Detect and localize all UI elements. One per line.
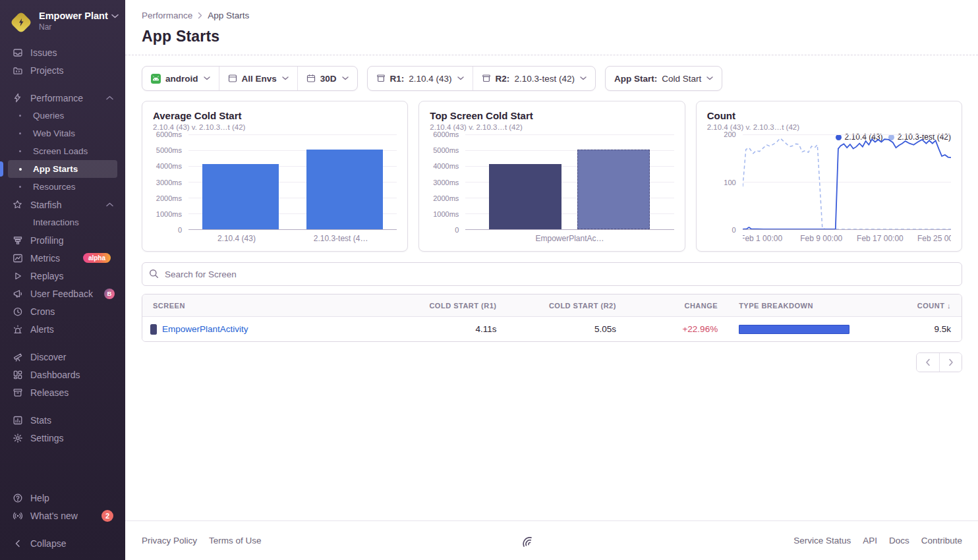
sidebar-item-issues[interactable]: Issues: [8, 43, 117, 61]
chevron-right-icon: [198, 12, 202, 19]
help-icon: [12, 493, 23, 503]
sidebar-item-label: Issues: [30, 47, 57, 58]
sidebar-item-screen-loads[interactable]: Screen Loads: [8, 142, 117, 160]
org-switcher[interactable]: Empower Plant Nar: [11, 11, 116, 33]
terms-of-use-link[interactable]: Terms of Use: [209, 536, 262, 546]
sidebar-item-replays[interactable]: Replays: [8, 267, 117, 285]
y-axis: 2001000: [707, 134, 737, 230]
privacy-policy-link[interactable]: Privacy Policy: [142, 536, 197, 546]
plot-area[interactable]: 2.10.4 (43)2.10.3-test (42): [743, 134, 951, 230]
column-header-change[interactable]: CHANGE: [627, 302, 728, 310]
sidebar-item-crons[interactable]: Crons: [8, 302, 117, 320]
plot-area[interactable]: [465, 134, 674, 230]
chart-title: Count: [707, 110, 951, 121]
sidebar-item-label: Stats: [30, 415, 51, 426]
release-2-value: 2.10.3-test (42): [514, 74, 575, 84]
line-series-2.10.3-test (42): [743, 138, 951, 229]
sidebar-item-help[interactable]: Help: [8, 489, 117, 507]
line-series-2.10.4 (43): [743, 139, 951, 229]
sidebar-item-user-feedback[interactable]: User Feedback B: [8, 285, 117, 302]
sidebar-item-label: Profiling: [30, 235, 64, 246]
column-header-type-breakdown[interactable]: TYPE BREAKDOWN: [728, 302, 860, 310]
screen-link[interactable]: EmpowerPlantActivity: [162, 324, 248, 334]
bar-segment[interactable]: [489, 164, 561, 229]
project-filter[interactable]: android: [142, 67, 219, 90]
x-axis-label: Feb 9 00:00: [800, 234, 842, 243]
y-axis: 6000ms5000ms4000ms3000ms2000ms1000ms0: [153, 134, 183, 230]
sidebar-item-queries[interactable]: Queries: [8, 107, 117, 125]
column-header-cold-start-r2[interactable]: COLD START (R2): [507, 302, 626, 310]
contribute-link[interactable]: Contribute: [921, 536, 962, 546]
bolt-logo-icon: [16, 17, 26, 28]
environment-filter[interactable]: All Envs: [219, 67, 297, 90]
bar-segment[interactable]: [577, 150, 650, 229]
org-avatar: [11, 12, 32, 33]
service-status-link[interactable]: Service Status: [793, 536, 851, 546]
sidebar: Empower Plant Nar Issues Projects Perfor…: [0, 0, 125, 560]
sidebar-item-metrics[interactable]: Metrics alpha: [8, 249, 117, 267]
environment-filter-value: All Envs: [242, 74, 277, 84]
pagination: [125, 352, 962, 372]
y-axis-tick: 1000ms: [156, 210, 182, 218]
sidebar-item-interactions[interactable]: Interactions: [8, 213, 117, 231]
screens-table: SCREEN COLD START (R1) COLD START (R2) C…: [142, 294, 962, 342]
search-input[interactable]: [142, 262, 962, 286]
sidebar-item-releases[interactable]: Releases: [8, 383, 117, 401]
sidebar-item-stats[interactable]: Stats: [8, 411, 117, 429]
alpha-badge: alpha: [83, 253, 111, 263]
sidebar-item-discover[interactable]: Discover: [8, 348, 117, 366]
star-icon: [12, 200, 23, 210]
previous-page-button[interactable]: [917, 353, 939, 372]
sidebar-item-starfish[interactable]: Starfish: [8, 196, 117, 213]
sidebar-item-dashboards[interactable]: Dashboards: [8, 366, 117, 383]
sidebar-item-label: Interactions: [33, 217, 79, 227]
breadcrumb-performance[interactable]: Performance: [142, 11, 192, 20]
sidebar-item-profiling[interactable]: Profiling: [8, 231, 117, 249]
sidebar-item-label: Help: [30, 493, 49, 503]
column-header-count[interactable]: COUNT ↓: [860, 302, 962, 310]
column-header-label: COUNT: [917, 302, 945, 310]
y-axis-tick: 6000ms: [156, 130, 182, 138]
y-axis-tick: 5000ms: [156, 146, 182, 154]
api-link[interactable]: API: [863, 536, 877, 546]
sidebar-item-web-vitals[interactable]: Web Vitals: [8, 125, 117, 142]
sentry-logo[interactable]: [518, 531, 536, 550]
sidebar-item-resources[interactable]: Resources: [8, 178, 117, 196]
chart-subtitle: 2.10.4 (43) v. 2.10.3…t (42): [430, 123, 674, 131]
column-header-cold-start-r1[interactable]: COLD START (R1): [382, 302, 507, 310]
dashboards-icon: [12, 370, 23, 380]
breadcrumb-app-starts: App Starts: [208, 11, 249, 20]
sidebar-item-label: Alerts: [30, 324, 54, 335]
count-value: 9.5k: [860, 324, 962, 334]
next-page-button[interactable]: [939, 353, 962, 372]
chevron-down-icon: [282, 76, 289, 80]
y-axis-tick: 0: [732, 226, 736, 234]
broadcast-icon: [12, 511, 23, 521]
column-header-screen[interactable]: SCREEN: [142, 302, 382, 310]
android-icon: [151, 74, 161, 84]
sidebar-item-app-starts[interactable]: App Starts: [8, 160, 117, 178]
sidebar-item-projects[interactable]: Projects: [8, 61, 117, 79]
cold-start-r1-value: 4.11s: [382, 324, 507, 334]
sidebar-item-whats-new[interactable]: What's new 2: [8, 507, 117, 524]
org-name: Empower Plant: [39, 11, 108, 22]
project-name: Nar: [39, 23, 119, 32]
sidebar-item-settings[interactable]: Settings: [8, 429, 117, 447]
date-range-filter[interactable]: 30D: [297, 67, 357, 90]
bar-segment[interactable]: [202, 164, 279, 229]
docs-link[interactable]: Docs: [889, 536, 909, 546]
type-breakdown-bar[interactable]: [739, 325, 849, 334]
sidebar-item-performance[interactable]: Performance: [8, 89, 117, 107]
chevron-down-icon: [204, 76, 210, 80]
bar-segment[interactable]: [306, 150, 383, 229]
y-axis-tick: 100: [724, 179, 735, 186]
y-axis-tick: 5000ms: [433, 146, 459, 154]
release-1-filter[interactable]: R1: 2.10.4 (43): [368, 67, 473, 90]
sidebar-collapse-button[interactable]: Collapse: [8, 534, 117, 552]
release-icon: [482, 74, 491, 83]
y-axis-tick: 4000ms: [433, 162, 459, 170]
release-2-filter[interactable]: R2: 2.10.3-test (42): [473, 67, 595, 90]
plot-area[interactable]: [188, 134, 397, 230]
app-start-type-filter[interactable]: App Start: Cold Start: [606, 67, 722, 90]
sidebar-item-alerts[interactable]: Alerts: [8, 320, 117, 338]
